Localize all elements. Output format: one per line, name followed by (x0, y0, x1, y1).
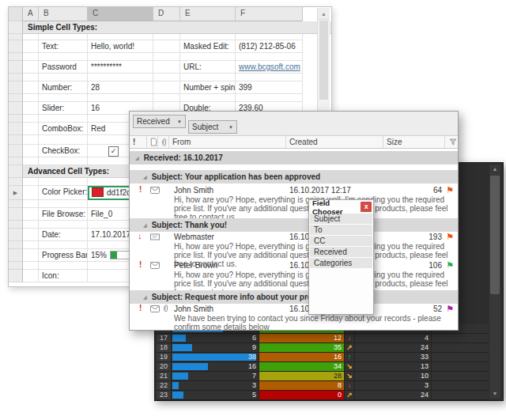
section-title-simple: Simple Cell Types: (23, 21, 331, 34)
value-cell: 24 (355, 391, 432, 399)
message-type-column-header[interactable] (147, 136, 158, 148)
message-size: 52 (433, 305, 442, 313)
trend-arrow-icon: ↑ (345, 353, 355, 361)
paperclip-icon (161, 138, 168, 147)
bar-value: 9 (252, 343, 256, 352)
masked-edit-cell[interactable]: (812) 212-85-06 (236, 40, 303, 53)
row-number: 17 (157, 334, 172, 342)
collapse-triangle-icon[interactable]: ◢ (135, 155, 139, 161)
group-row-subject-2[interactable]: ◢ Subject: Thank you! (130, 218, 458, 232)
group-row-received[interactable]: ◢ Received: 16.10.2017 (130, 151, 458, 165)
message-row[interactable]: ! Peter Brown 16.10.2 106 ⚑ Hi, how are … (130, 260, 458, 289)
field-item-to[interactable]: To (310, 225, 372, 235)
text-edit-cell[interactable]: Hello, world! (88, 40, 153, 53)
color-swatch[interactable] (92, 187, 104, 197)
column-header-a[interactable]: A (23, 7, 39, 21)
group-by-subject[interactable]: Subject▼ (188, 120, 237, 134)
message-preview: We have been trying to contact you since… (174, 314, 448, 331)
flag-icon[interactable]: ⚑ (446, 304, 454, 314)
column-header-f[interactable]: F (236, 7, 303, 21)
cell-label: Date: (39, 229, 88, 241)
scrollbar-thumb[interactable] (319, 21, 328, 100)
close-button[interactable]: x (361, 202, 372, 212)
dark-grid-rows: 17612↓418935↗24193816↑33201634↘1321728↘1… (157, 324, 489, 400)
cell-label: Progress Bar: (39, 249, 88, 262)
empty-cell (432, 372, 489, 380)
color-scale-cell: 35 (259, 343, 345, 352)
field-item-cc[interactable]: CC (310, 236, 372, 246)
column-header-d[interactable]: D (153, 7, 180, 21)
url-link[interactable]: www.bcgsoft.com (239, 62, 300, 71)
group-by-received[interactable]: Received▼ (133, 115, 186, 128)
spin-cell[interactable]: 399 (236, 81, 303, 94)
cell-label: Number: (39, 81, 88, 94)
collapse-triangle-icon[interactable]: ◢ (143, 222, 147, 228)
row-number: Number: 28 Number + spin: 399 (9, 81, 331, 94)
collapse-triangle-icon[interactable]: ◢ (143, 294, 147, 300)
dark-grid-row[interactable]: 201634↘13 (157, 362, 489, 372)
bar-value: 16 (248, 362, 256, 371)
column-header-c[interactable]: C (88, 7, 153, 21)
scroll-down-icon[interactable]: ▼ (489, 389, 500, 399)
password-cell[interactable]: ********** (88, 61, 153, 74)
cell-label: Slider: (39, 102, 88, 115)
attachment-column-header[interactable] (158, 136, 169, 148)
bar-value: 5 (252, 391, 256, 399)
row-text: Text: Hello, world! Masked Edit: (812) 2… (9, 40, 331, 53)
group-row-subject-3[interactable]: ◢ Subject: Request more info about your … (130, 290, 458, 304)
bar-cell: 38 (172, 353, 259, 361)
message-row[interactable]: ! John Smith 16.10.2017 12:17 64 ⚑ Hi, h… (130, 185, 458, 215)
scroll-up-icon[interactable]: ▲ (318, 8, 330, 20)
data-bar-blue (172, 335, 186, 342)
flag-icon[interactable]: ⚑ (446, 232, 454, 242)
checkbox-checked-icon[interactable]: ✓ (108, 146, 119, 157)
cell-label: Password (39, 61, 88, 74)
color-scale-cell: 0 (259, 391, 345, 399)
column-header-b[interactable]: B (39, 7, 88, 21)
scroll-up-icon[interactable]: ▲ (489, 165, 500, 174)
from-column-header[interactable]: From (169, 136, 286, 148)
filter-funnel-icon (449, 138, 457, 146)
vertical-scrollbar[interactable]: ▲ ▼ (489, 165, 500, 399)
column-header-e[interactable]: E (180, 7, 236, 21)
color-scale-cell: 8 (259, 381, 345, 390)
trend-arrow-icon: ↓ (345, 381, 355, 390)
field-item-categories[interactable]: Categories (310, 258, 372, 268)
desktop: A B C D E F Simple Cell Types: Text: Hel… (0, 0, 506, 420)
created-column-header[interactable]: Created (286, 136, 383, 148)
flag-icon[interactable]: ⚑ (446, 185, 454, 195)
bar-value: 6 (252, 334, 256, 342)
dark-grid-row[interactable]: 18935↗24 (157, 343, 489, 353)
bar-cell: 9 (172, 343, 259, 352)
dark-grid-row[interactable]: 2350↗24 (157, 391, 489, 400)
color-scale-cell: 16 (259, 353, 345, 361)
flag-icon[interactable]: ⚑ (446, 260, 454, 271)
message-size: 193 (429, 233, 442, 241)
trend-arrow-icon: ↓ (345, 334, 355, 342)
message-row[interactable]: ↓ Webmaster 16.10.2 193 ⚑ Hi, how are yo… (130, 232, 458, 260)
read-message-icon (150, 233, 160, 242)
url-cell[interactable]: www.bcgsoft.com (236, 61, 303, 74)
number-cell[interactable]: 28 (88, 81, 153, 94)
dark-grid-row[interactable]: 21728↘10 (157, 372, 489, 381)
priority-column-header[interactable]: ! (130, 136, 147, 148)
empty-cell (432, 334, 489, 342)
field-item-received[interactable]: Received (310, 247, 372, 257)
group-row-subject-1[interactable]: ◢ Subject: Your application has been app… (130, 170, 458, 184)
scrollbar-thumb[interactable] (490, 176, 500, 294)
field-chooser-titlebar[interactable]: Field Chooser x (309, 200, 373, 214)
high-priority-icon: ! (139, 185, 142, 194)
value-cell: 33 (355, 353, 432, 361)
collapse-triangle-icon[interactable]: ◢ (143, 174, 147, 180)
high-priority-icon: ! (139, 304, 142, 312)
dark-grid-row[interactable]: 17612↓4 (157, 334, 489, 343)
size-column-header[interactable]: Size (383, 136, 445, 148)
select-all-corner[interactable] (9, 7, 23, 21)
dropdown-arrow-icon: ▼ (228, 125, 233, 130)
dark-grid-row[interactable]: 193816↑33 (157, 353, 489, 362)
message-row[interactable]: ! John Smith 16.10.2 52 ⚑ We have been t… (130, 304, 458, 331)
dark-grid-row[interactable]: 2238↓3 (157, 381, 489, 391)
filter-button[interactable] (445, 136, 458, 148)
data-bar-blue (172, 392, 183, 399)
cell-label: Color Picker: (39, 186, 88, 200)
